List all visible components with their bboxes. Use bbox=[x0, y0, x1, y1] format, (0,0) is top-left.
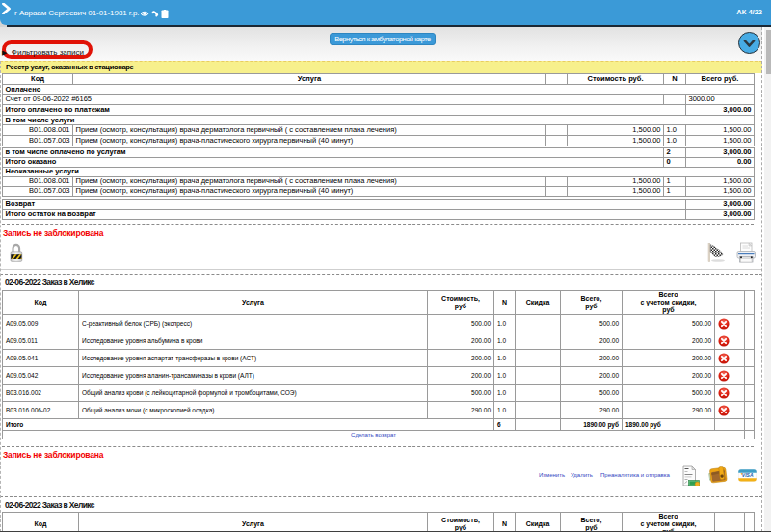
svg-text:VISA: VISA bbox=[742, 472, 754, 478]
